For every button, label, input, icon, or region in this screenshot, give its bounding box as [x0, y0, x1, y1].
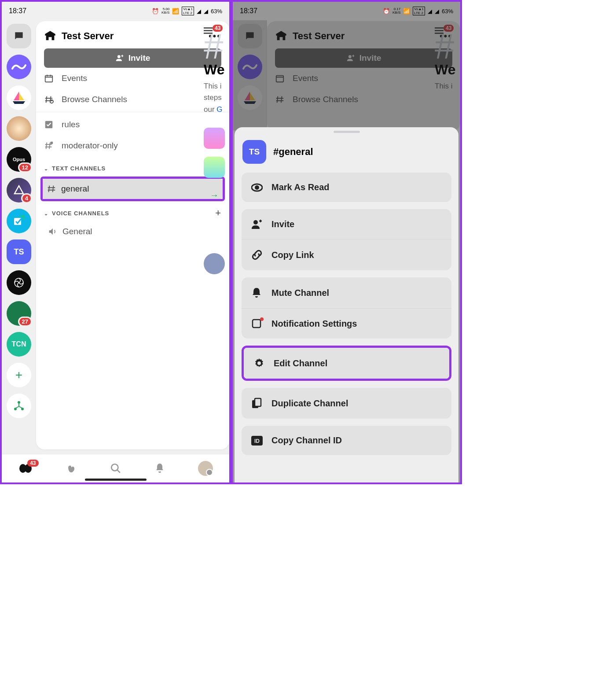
browse-channels-item[interactable]: Browse Channels — [44, 89, 221, 110]
signal-icon: ◢ — [197, 8, 201, 15]
server-icon-2[interactable] — [7, 85, 31, 110]
sheet-handle[interactable] — [334, 131, 360, 133]
status-time: 18:37 — [240, 7, 257, 15]
peek-avatar[interactable] — [204, 253, 225, 274]
nav-search[interactable] — [110, 463, 121, 474]
home-indicator — [85, 479, 147, 481]
main-content-peek: 43 # We This i steps our G → — [199, 20, 230, 454]
server-rail-bg — [233, 20, 267, 130]
duplicate-icon — [251, 398, 263, 409]
nav-profile[interactable] — [198, 461, 213, 476]
server-icon-1[interactable] — [7, 55, 31, 79]
peek-card-2[interactable] — [204, 157, 225, 178]
moderator-channel[interactable]: moderator-only — [44, 135, 221, 156]
chevron-down-icon: ⌄ — [44, 166, 48, 171]
events-item[interactable]: Events — [44, 68, 221, 89]
signal-icon-2: ◢ — [435, 8, 439, 15]
search-icon — [110, 463, 121, 474]
sheet-group-3: Mute Channel Notification Settings — [242, 277, 451, 339]
knot-icon — [12, 276, 26, 289]
voice-channel-general[interactable]: General — [44, 221, 221, 242]
server-icon-tcn[interactable]: TCN — [7, 332, 31, 357]
chat-icon — [13, 30, 25, 42]
svg-point-15 — [111, 464, 118, 471]
edit-channel-item[interactable]: Edit Channel — [244, 348, 449, 379]
svg-text:ID: ID — [254, 438, 260, 444]
lte-icon: Vo▲1LTE 2 — [413, 7, 425, 15]
signal-icon: ◢ — [428, 8, 432, 15]
svg-rect-17 — [276, 76, 284, 82]
wifi-icon: 📶 — [403, 8, 410, 15]
server-icon-ts[interactable]: TS — [7, 239, 31, 264]
svg-point-5 — [117, 55, 121, 58]
invite-button[interactable]: Invite — [44, 48, 221, 68]
checkmark-arrow-icon — [12, 214, 26, 228]
notification-settings-icon — [251, 318, 263, 329]
lte-icon: Vo▲1LTE 2 — [182, 7, 194, 15]
rules-channel[interactable]: rules — [44, 114, 221, 135]
server-icon-6[interactable] — [7, 209, 31, 233]
server-icon-8[interactable] — [7, 270, 31, 295]
peek-card-1[interactable] — [204, 128, 225, 149]
channel-action-sheet: TS #general Mark As Read Invite — [235, 127, 458, 482]
nav-badge: 43 — [27, 460, 38, 467]
svg-rect-6 — [45, 76, 53, 82]
add-server-button[interactable]: + — [7, 363, 31, 387]
hash-lock-icon — [44, 141, 55, 151]
rules-icon — [44, 120, 55, 129]
discover-button[interactable] — [7, 394, 31, 418]
highlight-edit-channel: Edit Channel — [242, 346, 451, 381]
arrow-right-icon[interactable]: → — [210, 190, 230, 200]
svg-rect-28 — [255, 398, 261, 406]
svg-rect-11 — [204, 30, 213, 31]
mute-channel-item[interactable]: Mute Channel — [242, 277, 451, 308]
id-icon: ID — [251, 436, 263, 446]
nav-notifications[interactable] — [154, 463, 165, 474]
server-icon-5[interactable]: 4 — [7, 178, 31, 203]
svg-rect-19 — [435, 30, 444, 31]
server-icon-3[interactable] — [7, 116, 31, 141]
wave-hand-icon — [66, 463, 77, 474]
sheet-group-5: Duplicate Channel — [242, 388, 451, 419]
channel-general[interactable]: general — [43, 179, 223, 199]
sheet-group-1: Mark As Read — [242, 173, 451, 202]
badge: 27 — [18, 317, 32, 327]
notification-settings-item[interactable]: Notification Settings — [242, 308, 451, 339]
bell-icon — [251, 287, 263, 298]
welcome-heading: We — [204, 62, 230, 78]
data-rate: 5.00KB/S — [161, 7, 169, 15]
mark-as-read-item[interactable]: Mark As Read — [242, 173, 451, 202]
status-bar: 18:37 ⏰ 5.00KB/S 📶 Vo▲1LTE 2 ◢ ◢ 63% — [2, 2, 229, 20]
server-icon-9[interactable]: 27 — [7, 301, 31, 326]
sheet-group-4: Edit Channel — [244, 348, 449, 379]
alarm-icon: ⏰ — [383, 8, 390, 15]
alarm-icon: ⏰ — [152, 8, 159, 15]
nav-home[interactable]: 43 — [18, 462, 33, 475]
svg-rect-12 — [204, 33, 213, 34]
sheet-group-6: ID Copy Channel ID — [242, 426, 451, 455]
dm-button[interactable] — [7, 24, 31, 48]
server-title[interactable]: Test Server — [44, 30, 114, 42]
sheet-group-2: Invite Copy Link — [242, 209, 451, 270]
text-channels-category[interactable]: ⌄TEXT CHANNELS + — [44, 156, 221, 177]
status-bar: 18:37 ⏰ 0.17KB/S 📶 Vo▲1LTE 2 ◢ ◢ 63% — [233, 2, 460, 20]
welcome-text: This i steps our G — [204, 81, 230, 115]
nav-friends[interactable] — [66, 463, 77, 474]
gear-icon — [253, 357, 265, 369]
peek-badge: 43 — [213, 25, 223, 32]
duplicate-channel-item[interactable]: Duplicate Channel — [242, 388, 451, 419]
copy-link-item[interactable]: Copy Link — [242, 239, 451, 270]
calendar-icon — [44, 74, 55, 83]
copy-channel-id-item[interactable]: ID Copy Channel ID — [242, 426, 451, 455]
sheet-channel-name: #general — [273, 146, 313, 158]
voice-channels-category[interactable]: ⌄VOICE CHANNELS + — [44, 201, 221, 221]
bell-icon — [154, 463, 165, 474]
battery-pct: 63% — [442, 8, 453, 15]
status-right: ⏰ 5.00KB/S 📶 Vo▲1LTE 2 ◢ ◢ 63% — [152, 7, 222, 15]
svg-point-2 — [18, 401, 20, 404]
status-time: 18:37 — [9, 7, 26, 15]
server-icon-opus[interactable]: Opus 12 — [7, 147, 31, 172]
invite-item[interactable]: Invite — [242, 209, 451, 239]
svg-point-23 — [253, 220, 258, 225]
svg-rect-20 — [435, 33, 444, 34]
